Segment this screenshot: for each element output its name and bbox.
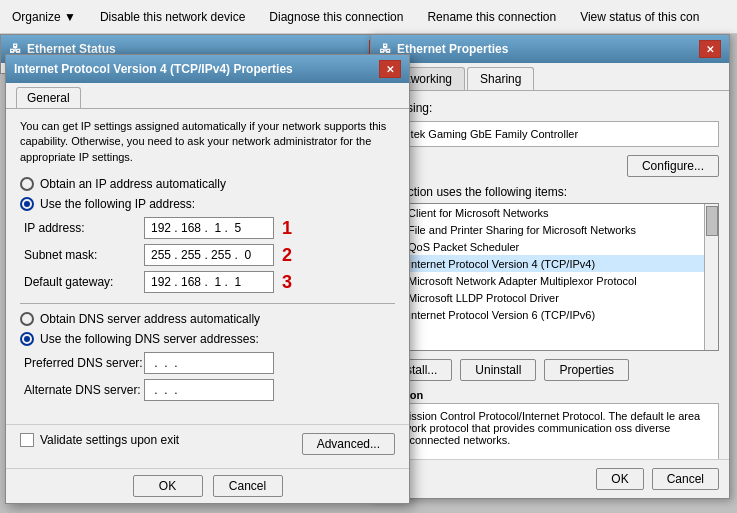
- item-label-5: Microsoft LLDP Protocol Driver: [408, 292, 559, 304]
- radio-auto-dns-label: Obtain DNS server address automatically: [40, 312, 260, 326]
- subnet-mask-label: Subnet mask:: [24, 248, 144, 262]
- radio-manual-ip[interactable]: [20, 197, 34, 211]
- eth-props-tabs: Networking Sharing: [371, 63, 729, 91]
- list-item[interactable]: 🔌 Microsoft LLDP Protocol Driver: [382, 289, 718, 306]
- install-row: Install... Uninstall Properties: [381, 359, 719, 381]
- ip-cancel-button[interactable]: Cancel: [213, 475, 283, 497]
- list-item[interactable]: 🔌 Internet Protocol Version 6 (TCP/IPv6): [382, 306, 718, 323]
- item-label-6: Internet Protocol Version 6 (TCP/IPv6): [408, 309, 595, 321]
- default-gateway-label: Default gateway:: [24, 275, 144, 289]
- alternate-dns-input[interactable]: [144, 379, 274, 401]
- scroll-thumb[interactable]: [706, 206, 718, 236]
- default-gateway-input[interactable]: [144, 271, 274, 293]
- ip-fields-section: IP address: 1 Subnet mask: 2 Default gat…: [24, 217, 395, 293]
- configure-button[interactable]: Configure...: [627, 155, 719, 177]
- radio-auto-dns[interactable]: [20, 312, 34, 326]
- ip-dialog-footer: Validate settings upon exit Advanced...: [6, 424, 409, 463]
- organize-button[interactable]: Organize ▼: [8, 8, 80, 26]
- list-scrollbar[interactable]: [704, 204, 718, 350]
- connect-using-label: ect using:: [381, 101, 719, 115]
- list-item[interactable]: 🌐 File and Printer Sharing for Microsoft…: [382, 221, 718, 238]
- ethernet-properties-titlebar: 🖧 Ethernet Properties ✕: [371, 35, 729, 63]
- ip-properties-dialog: Internet Protocol Version 4 (TCP/IPv4) P…: [5, 54, 410, 504]
- ip-description: You can get IP settings assigned automat…: [20, 119, 395, 165]
- list-item[interactable]: 🔌 Microsoft Network Adapter Multiplexor …: [382, 272, 718, 289]
- tab-sharing[interactable]: Sharing: [467, 67, 534, 90]
- properties-button[interactable]: Properties: [544, 359, 629, 381]
- eth-props-ok-button[interactable]: OK: [596, 468, 643, 490]
- list-item[interactable]: 📋 QoS Packet Scheduler: [382, 238, 718, 255]
- top-toolbar: Organize ▼ Disable this network device D…: [0, 0, 737, 34]
- rename-button[interactable]: Rename this connection: [423, 8, 560, 26]
- ip-address-input[interactable]: [144, 217, 274, 239]
- item-label-3: Internet Protocol Version 4 (TCP/IPv4): [408, 258, 595, 270]
- ip-num-3: 3: [282, 272, 292, 293]
- ip-address-row: IP address: 1: [24, 217, 395, 239]
- ip-dialog-titlebar: Internet Protocol Version 4 (TCP/IPv4) P…: [6, 55, 409, 83]
- configure-btn-row: Configure...: [381, 155, 719, 177]
- ip-footer-right: Advanced...: [302, 433, 395, 455]
- alternate-dns-label: Alternate DNS server:: [24, 383, 144, 397]
- eth-props-footer: OK Cancel: [371, 459, 729, 498]
- ethernet-properties-close-button[interactable]: ✕: [699, 40, 721, 58]
- ip-ok-button[interactable]: OK: [133, 475, 203, 497]
- eth-props-titlebar-buttons: ✕: [699, 40, 721, 58]
- diagnose-button[interactable]: Diagnose this connection: [265, 8, 407, 26]
- list-item[interactable]: 🔌 Internet Protocol Version 4 (TCP/IPv4): [382, 255, 718, 272]
- item-label-4: Microsoft Network Adapter Multiplexor Pr…: [408, 275, 637, 287]
- description-label: Dription: [381, 389, 719, 401]
- radio-auto-ip-row[interactable]: Obtain an IP address automatically: [20, 177, 395, 191]
- item-label-1: File and Printer Sharing for Microsoft N…: [408, 224, 636, 236]
- eth-props-content: ect using: Realtek Gaming GbE Family Con…: [371, 91, 729, 493]
- ip-dialog-title: Internet Protocol Version 4 (TCP/IPv4) P…: [14, 62, 293, 76]
- radio-auto-dns-row[interactable]: Obtain DNS server address automatically: [20, 312, 395, 326]
- uninstall-button[interactable]: Uninstall: [460, 359, 536, 381]
- preferred-dns-input[interactable]: [144, 352, 274, 374]
- item-label-0: Client for Microsoft Networks: [408, 207, 549, 219]
- alternate-dns-row: Alternate DNS server:: [24, 379, 395, 401]
- adapter-name: Realtek Gaming GbE Family Controller: [381, 121, 719, 147]
- radio-auto-ip-label: Obtain an IP address automatically: [40, 177, 226, 191]
- subnet-mask-row: Subnet mask: 2: [24, 244, 395, 266]
- eth-props-cancel-button[interactable]: Cancel: [652, 468, 719, 490]
- ip-num-1: 1: [282, 218, 292, 239]
- validate-checkbox[interactable]: [20, 433, 34, 447]
- preferred-dns-label: Preferred DNS server:: [24, 356, 144, 370]
- dns-fields-section: Preferred DNS server: Alternate DNS serv…: [24, 352, 395, 401]
- items-label: onnection uses the following items:: [381, 185, 719, 199]
- ip-ok-cancel-row: OK Cancel: [6, 468, 409, 503]
- ip-address-label: IP address:: [24, 221, 144, 235]
- item-label-2: QoS Packet Scheduler: [408, 241, 519, 253]
- radio-manual-dns-row[interactable]: Use the following DNS server addresses:: [20, 332, 395, 346]
- disable-button[interactable]: Disable this network device: [96, 8, 249, 26]
- separator: [20, 303, 395, 304]
- radio-manual-ip-row[interactable]: Use the following IP address:: [20, 197, 395, 211]
- ip-num-2: 2: [282, 245, 292, 266]
- advanced-button[interactable]: Advanced...: [302, 433, 395, 455]
- view-status-button[interactable]: View status of this con: [576, 8, 703, 26]
- network-items-list: 🌐 Client for Microsoft Networks 🌐 File a…: [381, 203, 719, 351]
- default-gateway-row: Default gateway: 3: [24, 271, 395, 293]
- radio-manual-dns[interactable]: [20, 332, 34, 346]
- radio-manual-ip-label: Use the following IP address:: [40, 197, 195, 211]
- ip-dialog-content: You can get IP settings assigned automat…: [6, 109, 409, 421]
- radio-auto-ip[interactable]: [20, 177, 34, 191]
- ip-dialog-close-button[interactable]: ✕: [379, 60, 401, 78]
- ip-dialog-tab-row: General: [6, 83, 409, 109]
- radio-manual-dns-label: Use the following DNS server addresses:: [40, 332, 259, 346]
- ethernet-properties-title: Ethernet Properties: [397, 42, 508, 56]
- ip-tab-general[interactable]: General: [16, 87, 81, 108]
- validate-checkbox-label: Validate settings upon exit: [40, 433, 179, 447]
- ethernet-properties-window: 🖧 Ethernet Properties ✕ Networking Shari…: [370, 34, 730, 499]
- list-item[interactable]: 🌐 Client for Microsoft Networks: [382, 204, 718, 221]
- preferred-dns-row: Preferred DNS server:: [24, 352, 395, 374]
- subnet-mask-input[interactable]: [144, 244, 274, 266]
- validate-checkbox-row: Validate settings upon exit: [20, 433, 179, 447]
